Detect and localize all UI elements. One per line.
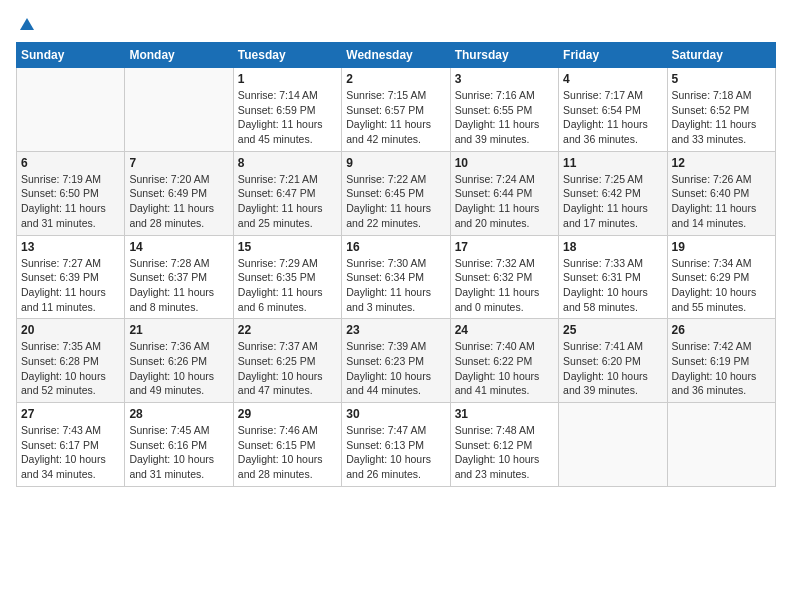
svg-marker-0: [20, 18, 34, 30]
day-number: 29: [238, 407, 337, 421]
calendar-cell: 30Sunrise: 7:47 AMSunset: 6:13 PMDayligh…: [342, 403, 450, 487]
day-number: 26: [672, 323, 771, 337]
day-number: 8: [238, 156, 337, 170]
day-number: 15: [238, 240, 337, 254]
day-number: 28: [129, 407, 228, 421]
calendar-cell: [667, 403, 775, 487]
calendar-cell: 20Sunrise: 7:35 AMSunset: 6:28 PMDayligh…: [17, 319, 125, 403]
day-number: 1: [238, 72, 337, 86]
calendar-cell: 16Sunrise: 7:30 AMSunset: 6:34 PMDayligh…: [342, 235, 450, 319]
calendar-cell: 10Sunrise: 7:24 AMSunset: 6:44 PMDayligh…: [450, 151, 558, 235]
day-info: Sunrise: 7:41 AMSunset: 6:20 PMDaylight:…: [563, 339, 662, 398]
weekday-header: Wednesday: [342, 43, 450, 68]
day-info: Sunrise: 7:21 AMSunset: 6:47 PMDaylight:…: [238, 172, 337, 231]
day-number: 4: [563, 72, 662, 86]
calendar-cell: 21Sunrise: 7:36 AMSunset: 6:26 PMDayligh…: [125, 319, 233, 403]
weekday-header: Friday: [559, 43, 667, 68]
calendar-cell: [559, 403, 667, 487]
calendar-cell: 12Sunrise: 7:26 AMSunset: 6:40 PMDayligh…: [667, 151, 775, 235]
day-number: 10: [455, 156, 554, 170]
day-number: 23: [346, 323, 445, 337]
calendar-cell: 14Sunrise: 7:28 AMSunset: 6:37 PMDayligh…: [125, 235, 233, 319]
day-info: Sunrise: 7:48 AMSunset: 6:12 PMDaylight:…: [455, 423, 554, 482]
day-info: Sunrise: 7:27 AMSunset: 6:39 PMDaylight:…: [21, 256, 120, 315]
weekday-header: Saturday: [667, 43, 775, 68]
day-info: Sunrise: 7:36 AMSunset: 6:26 PMDaylight:…: [129, 339, 228, 398]
day-number: 9: [346, 156, 445, 170]
day-number: 13: [21, 240, 120, 254]
weekday-header: Thursday: [450, 43, 558, 68]
weekday-header: Sunday: [17, 43, 125, 68]
day-info: Sunrise: 7:37 AMSunset: 6:25 PMDaylight:…: [238, 339, 337, 398]
day-number: 7: [129, 156, 228, 170]
day-info: Sunrise: 7:32 AMSunset: 6:32 PMDaylight:…: [455, 256, 554, 315]
calendar-cell: 24Sunrise: 7:40 AMSunset: 6:22 PMDayligh…: [450, 319, 558, 403]
calendar-cell: 15Sunrise: 7:29 AMSunset: 6:35 PMDayligh…: [233, 235, 341, 319]
day-info: Sunrise: 7:22 AMSunset: 6:45 PMDaylight:…: [346, 172, 445, 231]
day-info: Sunrise: 7:33 AMSunset: 6:31 PMDaylight:…: [563, 256, 662, 315]
day-info: Sunrise: 7:40 AMSunset: 6:22 PMDaylight:…: [455, 339, 554, 398]
day-info: Sunrise: 7:24 AMSunset: 6:44 PMDaylight:…: [455, 172, 554, 231]
calendar-cell: 5Sunrise: 7:18 AMSunset: 6:52 PMDaylight…: [667, 68, 775, 152]
day-number: 17: [455, 240, 554, 254]
calendar-cell: 7Sunrise: 7:20 AMSunset: 6:49 PMDaylight…: [125, 151, 233, 235]
calendar-cell: 4Sunrise: 7:17 AMSunset: 6:54 PMDaylight…: [559, 68, 667, 152]
logo: [16, 16, 36, 34]
day-number: 12: [672, 156, 771, 170]
logo-icon: [18, 16, 36, 34]
calendar-cell: 9Sunrise: 7:22 AMSunset: 6:45 PMDaylight…: [342, 151, 450, 235]
day-number: 5: [672, 72, 771, 86]
day-number: 24: [455, 323, 554, 337]
day-info: Sunrise: 7:14 AMSunset: 6:59 PMDaylight:…: [238, 88, 337, 147]
day-number: 25: [563, 323, 662, 337]
day-info: Sunrise: 7:45 AMSunset: 6:16 PMDaylight:…: [129, 423, 228, 482]
day-info: Sunrise: 7:19 AMSunset: 6:50 PMDaylight:…: [21, 172, 120, 231]
day-info: Sunrise: 7:42 AMSunset: 6:19 PMDaylight:…: [672, 339, 771, 398]
day-info: Sunrise: 7:29 AMSunset: 6:35 PMDaylight:…: [238, 256, 337, 315]
calendar-cell: 22Sunrise: 7:37 AMSunset: 6:25 PMDayligh…: [233, 319, 341, 403]
calendar-cell: 31Sunrise: 7:48 AMSunset: 6:12 PMDayligh…: [450, 403, 558, 487]
day-info: Sunrise: 7:43 AMSunset: 6:17 PMDaylight:…: [21, 423, 120, 482]
page-header: [16, 16, 776, 34]
weekday-header: Monday: [125, 43, 233, 68]
calendar-cell: 26Sunrise: 7:42 AMSunset: 6:19 PMDayligh…: [667, 319, 775, 403]
day-number: 21: [129, 323, 228, 337]
calendar-cell: 19Sunrise: 7:34 AMSunset: 6:29 PMDayligh…: [667, 235, 775, 319]
day-info: Sunrise: 7:39 AMSunset: 6:23 PMDaylight:…: [346, 339, 445, 398]
calendar-cell: 23Sunrise: 7:39 AMSunset: 6:23 PMDayligh…: [342, 319, 450, 403]
day-number: 14: [129, 240, 228, 254]
calendar-cell: 25Sunrise: 7:41 AMSunset: 6:20 PMDayligh…: [559, 319, 667, 403]
day-number: 6: [21, 156, 120, 170]
calendar-table: SundayMondayTuesdayWednesdayThursdayFrid…: [16, 42, 776, 487]
calendar-header-row: SundayMondayTuesdayWednesdayThursdayFrid…: [17, 43, 776, 68]
day-number: 18: [563, 240, 662, 254]
calendar-cell: 27Sunrise: 7:43 AMSunset: 6:17 PMDayligh…: [17, 403, 125, 487]
day-number: 3: [455, 72, 554, 86]
day-number: 20: [21, 323, 120, 337]
day-info: Sunrise: 7:46 AMSunset: 6:15 PMDaylight:…: [238, 423, 337, 482]
weekday-header: Tuesday: [233, 43, 341, 68]
day-number: 27: [21, 407, 120, 421]
day-info: Sunrise: 7:30 AMSunset: 6:34 PMDaylight:…: [346, 256, 445, 315]
calendar-cell: 11Sunrise: 7:25 AMSunset: 6:42 PMDayligh…: [559, 151, 667, 235]
day-number: 19: [672, 240, 771, 254]
calendar-cell: 17Sunrise: 7:32 AMSunset: 6:32 PMDayligh…: [450, 235, 558, 319]
day-info: Sunrise: 7:25 AMSunset: 6:42 PMDaylight:…: [563, 172, 662, 231]
day-info: Sunrise: 7:15 AMSunset: 6:57 PMDaylight:…: [346, 88, 445, 147]
day-number: 31: [455, 407, 554, 421]
day-info: Sunrise: 7:26 AMSunset: 6:40 PMDaylight:…: [672, 172, 771, 231]
day-info: Sunrise: 7:17 AMSunset: 6:54 PMDaylight:…: [563, 88, 662, 147]
calendar-cell: 29Sunrise: 7:46 AMSunset: 6:15 PMDayligh…: [233, 403, 341, 487]
day-number: 2: [346, 72, 445, 86]
day-info: Sunrise: 7:28 AMSunset: 6:37 PMDaylight:…: [129, 256, 228, 315]
calendar-cell: 8Sunrise: 7:21 AMSunset: 6:47 PMDaylight…: [233, 151, 341, 235]
calendar-cell: 3Sunrise: 7:16 AMSunset: 6:55 PMDaylight…: [450, 68, 558, 152]
day-info: Sunrise: 7:18 AMSunset: 6:52 PMDaylight:…: [672, 88, 771, 147]
calendar-cell: 6Sunrise: 7:19 AMSunset: 6:50 PMDaylight…: [17, 151, 125, 235]
day-number: 11: [563, 156, 662, 170]
calendar-cell: 28Sunrise: 7:45 AMSunset: 6:16 PMDayligh…: [125, 403, 233, 487]
day-info: Sunrise: 7:20 AMSunset: 6:49 PMDaylight:…: [129, 172, 228, 231]
day-number: 30: [346, 407, 445, 421]
calendar-cell: 13Sunrise: 7:27 AMSunset: 6:39 PMDayligh…: [17, 235, 125, 319]
day-info: Sunrise: 7:35 AMSunset: 6:28 PMDaylight:…: [21, 339, 120, 398]
